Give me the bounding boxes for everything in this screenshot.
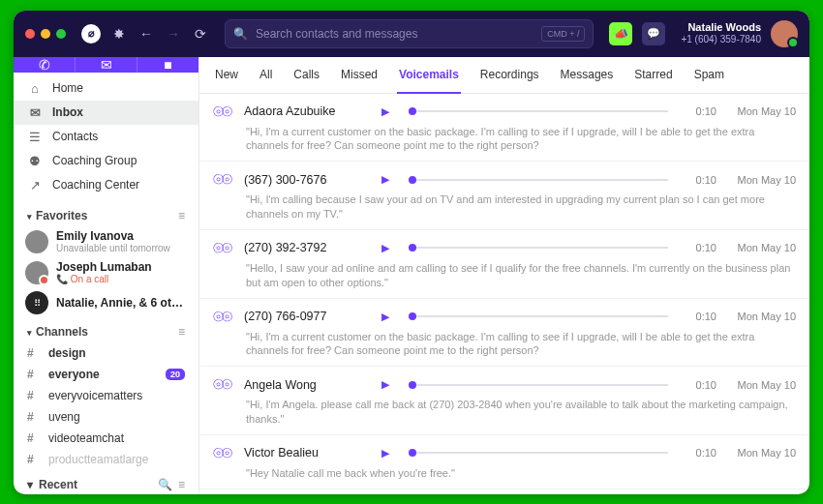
refresh-icon[interactable]: ⟳: [192, 26, 209, 42]
hash-icon: #: [27, 389, 39, 402]
play-button[interactable]: ▶: [381, 447, 389, 460]
voicemail-list: ⦾⦾Adaora Azubuike▶0:10Mon May 10"Hi, I'm…: [199, 94, 809, 494]
search-bar[interactable]: 🔍 CMD + /: [225, 19, 594, 48]
tab-all[interactable]: All: [258, 57, 274, 92]
nav-label: Inbox: [52, 105, 83, 119]
settings-icon[interactable]: ✸: [110, 26, 128, 42]
message-button[interactable]: ✉: [75, 57, 137, 73]
group-icon: ⚉: [27, 154, 43, 168]
play-button[interactable]: ▶: [381, 173, 389, 186]
date: Mon May 10: [728, 242, 796, 253]
channels-label: Channels: [36, 325, 88, 339]
date: Mon May 10: [728, 379, 796, 391]
hash-icon: #: [27, 453, 39, 466]
voicemail-row[interactable]: ⦾⦾(270) 392-3792▶0:10Mon May 10"Hello, I…: [199, 230, 809, 299]
channel-everyone[interactable]: #everyone20: [14, 364, 198, 385]
voicemail-row[interactable]: ⦾⦾(367) 300-7676▶0:10Mon May 10"Hi, I'm …: [199, 162, 809, 230]
reorder-icon[interactable]: ≡: [178, 478, 185, 491]
hash-icon: #: [27, 368, 39, 381]
close-window[interactable]: [25, 29, 35, 39]
voicemail-row[interactable]: ⦾⦾Adaora Azubuike▶0:10Mon May 10"Hi, I'm…: [199, 94, 809, 163]
date: Mon May 10: [728, 311, 796, 322]
filter-tabs: NewAllCallsMissedVoicemailsRecordingsMes…: [199, 57, 809, 94]
nav-inbox[interactable]: ✉Inbox: [14, 101, 198, 125]
search-input[interactable]: [256, 27, 533, 41]
recent-header[interactable]: ▾ Recent 🔍 ≡: [14, 470, 198, 493]
channel-videoteamchat[interactable]: #videoteamchat: [14, 428, 198, 449]
date: Mon May 10: [728, 447, 796, 459]
progress-track[interactable]: [409, 179, 668, 181]
video-button[interactable]: ■: [137, 57, 198, 73]
favorite-name: Joseph Lumaban: [56, 260, 152, 274]
main-panel: NewAllCallsMissedVoicemailsRecordingsMes…: [199, 57, 809, 494]
favorites-header[interactable]: ▾Favorites ≡: [14, 201, 198, 226]
favorite-item[interactable]: Emily IvanovaUnavailable until tomorrow: [14, 226, 198, 257]
nav-label: Home: [52, 81, 83, 95]
nav-group[interactable]: ⚉Coaching Group: [14, 149, 198, 173]
voicemail-row[interactable]: ⦾⦾(270) 766-0977▶0:10Mon May 10"Hi, I'm …: [199, 299, 809, 368]
play-button[interactable]: ▶: [381, 105, 389, 118]
voicemail-icon: ⦾⦾: [213, 309, 232, 325]
reorder-icon[interactable]: ≡: [178, 325, 185, 339]
nav-contacts[interactable]: ☰Contacts: [14, 125, 198, 149]
progress-track[interactable]: [409, 315, 668, 317]
date: Mon May 10: [728, 105, 796, 117]
search-icon: 🔍: [233, 27, 248, 41]
progress-track[interactable]: [409, 110, 668, 112]
progress-track[interactable]: [409, 384, 668, 386]
search-icon[interactable]: 🔍: [158, 478, 172, 491]
channels-header[interactable]: ▾Channels ≡: [14, 317, 198, 342]
nav-external[interactable]: ↗Coaching Center: [14, 173, 198, 197]
date: Mon May 10: [728, 174, 796, 186]
chevron-down-icon: ▾: [27, 328, 32, 338]
reorder-icon[interactable]: ≡: [178, 209, 185, 222]
phone-icon: ✆: [39, 57, 50, 73]
avatar: [25, 261, 48, 284]
channel-design[interactable]: #design: [14, 342, 198, 364]
maximize-window[interactable]: [56, 29, 66, 39]
tab-spam[interactable]: Spam: [692, 57, 726, 92]
message-icon: ✉: [101, 57, 112, 73]
call-button[interactable]: ✆: [14, 57, 75, 73]
chevron-down-icon: ▾: [27, 478, 33, 491]
play-button[interactable]: ▶: [381, 378, 389, 391]
user-avatar[interactable]: [771, 20, 798, 47]
window-controls: [25, 29, 66, 39]
channel-uveng[interactable]: #uveng: [14, 406, 198, 428]
minimize-window[interactable]: [41, 29, 50, 39]
back-icon[interactable]: ←: [137, 26, 155, 42]
voicemail-row[interactable]: ⦾⦾(270) 100-3820▶0:10Mon May 10"Hi I wan…: [199, 489, 809, 494]
tab-messages[interactable]: Messages: [559, 57, 616, 92]
favorite-item[interactable]: Joseph Lumaban📞 On a call: [14, 257, 198, 288]
tab-missed[interactable]: Missed: [339, 57, 380, 92]
voicemail-row[interactable]: ⦾⦾Angela Wong▶0:10Mon May 10"Hi, I'm Ang…: [199, 367, 809, 435]
forward-icon[interactable]: →: [165, 26, 182, 42]
voicemail-icon: ⦾⦾: [213, 104, 232, 120]
voicemail-row[interactable]: ⦾⦾Victor Bealieu▶0:10Mon May 10"Hey Nata…: [199, 435, 809, 489]
duration: 0:10: [687, 174, 716, 186]
channel-productteamatlarge[interactable]: #productteamatlarge: [14, 449, 198, 470]
favorite-item[interactable]: ⠿Natalie, Annie, & 6 others: [14, 288, 198, 317]
play-button[interactable]: ▶: [381, 242, 389, 254]
channel-name: everyvoicematters: [48, 389, 142, 402]
voicemail-icon: ⦾⦾: [213, 171, 232, 188]
tab-voicemails[interactable]: Voicemails: [397, 57, 461, 94]
progress-track[interactable]: [409, 452, 668, 454]
app-logo[interactable]: ⌀: [81, 24, 101, 44]
nav-home[interactable]: ⌂Home: [14, 76, 198, 101]
transcript: "Hi, I'm Angela. please call me back at …: [213, 393, 796, 427]
tab-calls[interactable]: Calls: [291, 57, 321, 92]
announce-button[interactable]: 📣: [609, 22, 632, 45]
transcript: "Hey Natalie call me back when you're fr…: [213, 461, 796, 481]
play-button[interactable]: ▶: [381, 311, 389, 323]
current-user[interactable]: Natalie Woods +1 (604) 359-7840: [681, 21, 761, 45]
duration: 0:10: [687, 447, 716, 459]
tab-new[interactable]: New: [213, 57, 240, 92]
progress-track[interactable]: [409, 247, 668, 249]
channel-everyvoicematters[interactable]: #everyvoicematters: [14, 385, 198, 406]
chat-button[interactable]: 💬: [642, 22, 665, 45]
shortcut-hint: CMD + /: [541, 26, 585, 42]
tab-starred[interactable]: Starred: [632, 57, 674, 92]
tab-recordings[interactable]: Recordings: [478, 57, 541, 92]
external-icon: ↗: [27, 178, 43, 193]
